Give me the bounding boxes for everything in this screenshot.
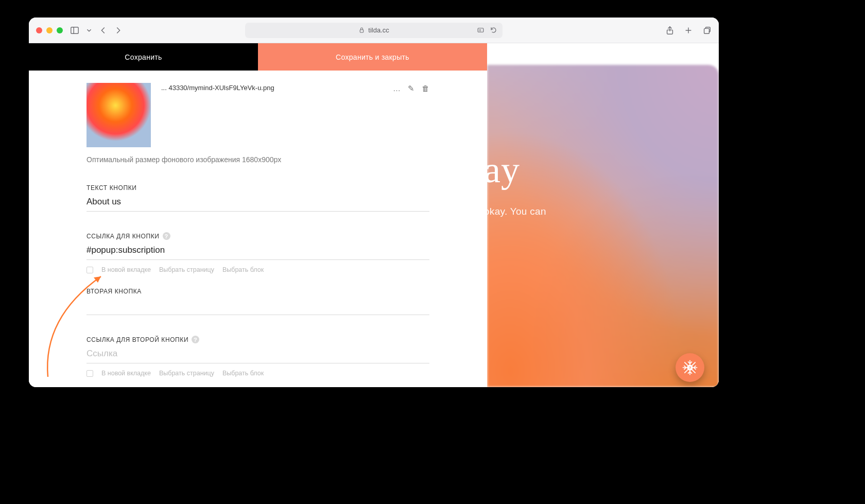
panel-actions: Сохранить Сохранить и закрыть [29,43,487,71]
button-link-label: ССЫЛКА ДЛЯ КНОПКИ ? [86,232,429,240]
stage: tilda.cc [0,0,865,504]
window-close-button[interactable] [36,27,42,33]
delete-icon[interactable]: 🗑 [422,84,429,93]
help-icon[interactable]: ? [192,336,199,343]
new-tab-label-2[interactable]: В новой вкладке [101,370,151,377]
second-link-input[interactable] [86,343,429,363]
forward-button[interactable] [113,26,123,35]
snowflake-help-icon: ? [681,359,699,376]
window-zoom-button[interactable] [57,27,63,33]
page-preview: ay okay. You can [487,43,719,387]
sidebar-icon[interactable] [70,26,79,35]
browser-toolbar: tilda.cc [29,18,719,43]
bg-image-hint: Оптимальный размер фонового изображения … [86,155,429,164]
bg-image-thumbnail[interactable] [86,83,151,147]
svg-marker-10 [94,276,101,283]
second-link-label: ССЫЛКА ДЛЯ ВТОРОЙ КНОПКИ ? [86,336,429,343]
tabs-icon[interactable] [702,26,712,35]
second-button-label: ВТОРАЯ КНОПКА [86,288,429,295]
choose-page-link[interactable]: Выбрать страницу [159,266,214,273]
button-text-label: ТЕКСТ КНОПКИ [86,184,429,192]
new-tab-checkbox[interactable] [86,267,93,273]
preview-gradient [487,65,719,387]
help-chat-button[interactable]: ? [676,353,704,382]
choose-page-link-2[interactable]: Выбрать страницу [159,370,214,377]
back-button[interactable] [99,26,108,35]
svg-rect-0 [71,27,78,33]
new-tab-checkbox-2[interactable] [86,370,93,377]
toolbar-dropdown-icon[interactable] [84,26,94,35]
settings-panel: Сохранить Сохранить и закрыть ... 43330/… [29,43,487,387]
help-icon[interactable]: ? [163,232,170,240]
lock-icon [358,27,365,33]
button-link-subrow: В новой вкладке Выбрать страницу Выбрать… [86,266,429,273]
more-icon[interactable]: … [393,84,401,93]
bg-image-tools: … ✎ 🗑 [393,84,429,93]
second-button-input[interactable] [86,295,429,315]
choose-block-link-2[interactable]: Выбрать блок [222,370,264,377]
window-controls [36,27,63,33]
save-and-close-button[interactable]: Сохранить и закрыть [258,43,487,71]
reload-icon[interactable] [490,26,497,34]
browser-window: tilda.cc [29,18,719,387]
bg-image-filename: ... 43330/mymind-XUlsF9LYeVk-u.png [161,84,274,92]
svg-text:?: ? [689,366,691,370]
new-tab-icon[interactable] [684,26,693,35]
share-icon[interactable] [665,26,674,35]
svg-rect-2 [360,30,364,32]
new-tab-label[interactable]: В новой вкладке [101,266,151,273]
choose-block-link[interactable]: Выбрать блок [222,266,264,273]
button-text-input[interactable] [86,192,429,212]
toolbar-right-group [665,26,712,35]
address-bar[interactable]: tilda.cc [245,23,503,38]
bg-image-row: ... 43330/mymind-XUlsF9LYeVk-u.png … ✎ 🗑 [86,83,429,147]
button-link-input[interactable] [86,240,429,260]
panel-body: ... 43330/mymind-XUlsF9LYeVk-u.png … ✎ 🗑… [29,71,487,387]
preview-text: ay okay. You can [487,151,546,217]
preview-subtitle-fragment: okay. You can [487,206,546,217]
preview-title-fragment: ay [487,151,546,188]
reader-icon[interactable] [477,26,485,34]
toolbar-left-group [70,26,123,35]
svg-rect-3 [478,28,483,32]
second-link-subrow: В новой вкладке Выбрать страницу Выбрать… [86,370,429,377]
save-button[interactable]: Сохранить [29,43,258,71]
edit-icon[interactable]: ✎ [408,84,414,93]
content-area: Сохранить Сохранить и закрыть ... 43330/… [29,43,719,387]
address-host: tilda.cc [368,26,389,34]
window-minimize-button[interactable] [46,27,53,33]
svg-rect-9 [704,28,710,33]
